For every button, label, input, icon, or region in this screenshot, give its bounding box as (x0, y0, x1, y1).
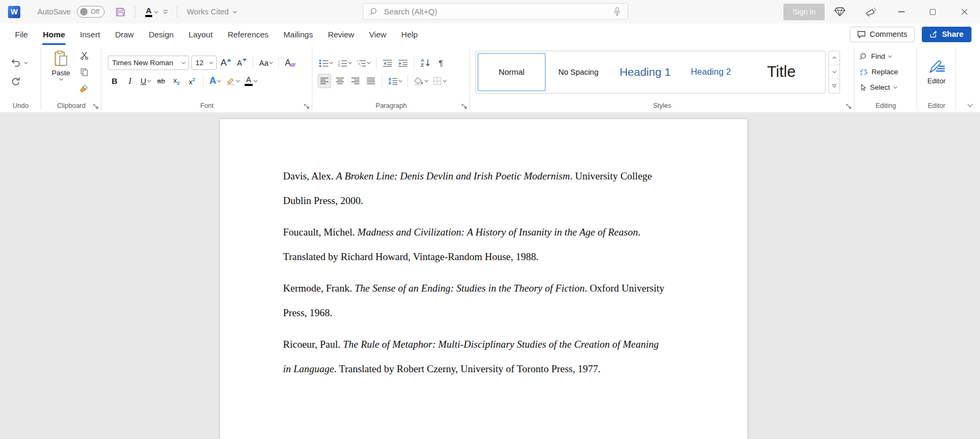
align-right-icon (351, 77, 359, 84)
sort-button[interactable]: A Z (419, 56, 432, 70)
numbering-button[interactable]: 1 2 3 (336, 56, 353, 70)
italic-button[interactable]: I (123, 74, 137, 88)
style-no-spacing[interactable]: No Spacing (546, 53, 611, 91)
increase-indent-button[interactable] (396, 56, 410, 70)
sign-in-button[interactable]: Sign in (783, 4, 825, 20)
paragraph-dialog-launcher[interactable] (461, 104, 467, 109)
chevron-down-icon (217, 79, 221, 82)
document-title-menu[interactable]: Works Cited (184, 4, 240, 20)
multilevel-list-icon: 1 a i (357, 59, 366, 67)
undo-button[interactable] (9, 56, 22, 70)
font-size-combobox[interactable]: 12 (191, 56, 217, 70)
style-normal[interactable]: Normal (477, 53, 546, 91)
tab-mailings[interactable]: Mailings (276, 23, 320, 45)
tab-draw[interactable]: Draw (107, 23, 141, 45)
format-painter-button[interactable] (77, 81, 91, 96)
comments-button[interactable]: Comments (850, 27, 915, 42)
grow-font-icon: A (221, 58, 226, 68)
tab-references[interactable]: References (220, 23, 276, 45)
quick-font-color-button[interactable]: A (142, 4, 161, 20)
replace-button[interactable]: b c Replace (860, 65, 898, 79)
minimize-button[interactable] (885, 0, 917, 23)
grow-font-button[interactable]: A (219, 56, 233, 70)
style-title[interactable]: Title (742, 53, 820, 91)
editor-button[interactable]: Editor (919, 59, 954, 85)
document-page[interactable]: Davis, Alex. A Broken Line: Denis Devlin… (220, 119, 747, 439)
bold-button[interactable]: B (108, 74, 121, 88)
chevron-down-icon (236, 79, 240, 82)
justify-button[interactable] (364, 74, 378, 88)
shrink-font-button[interactable]: A (235, 56, 248, 70)
chevron-down-icon (254, 79, 257, 82)
bullets-button[interactable] (318, 56, 334, 70)
tab-file[interactable]: File (7, 23, 35, 45)
find-button[interactable]: Find (860, 50, 898, 64)
collapse-ribbon-button[interactable] (968, 99, 972, 108)
tab-view[interactable]: View (362, 23, 394, 45)
cut-button[interactable] (77, 48, 91, 62)
tab-layout[interactable]: Layout (181, 23, 220, 45)
premium-button[interactable] (825, 0, 855, 23)
highlight-button[interactable] (224, 74, 241, 88)
styles-dialog-launcher[interactable] (846, 104, 852, 109)
align-center-button[interactable] (333, 74, 347, 88)
tab-design[interactable]: Design (141, 23, 181, 45)
clear-formatting-button[interactable]: A (283, 56, 297, 70)
decrease-indent-button[interactable] (381, 56, 394, 70)
dialog-launcher-icon (93, 104, 99, 109)
tab-help[interactable]: Help (394, 23, 425, 45)
subscript-button[interactable]: x2 (170, 74, 183, 88)
citation[interactable]: Foucault, Michel. Madness and Civilizati… (283, 220, 694, 269)
replace-label: Replace (872, 68, 898, 76)
superscript-button[interactable]: x2 (185, 74, 199, 88)
share-button[interactable]: Share (922, 27, 971, 42)
save-button[interactable] (112, 4, 129, 20)
font-color-button[interactable]: A (243, 74, 258, 88)
font-dialog-launcher[interactable] (304, 104, 310, 109)
styles-scroll-up-button[interactable] (829, 51, 840, 65)
tab-review[interactable]: Review (320, 23, 362, 45)
line-spacing-button[interactable] (387, 74, 403, 88)
font-name-combobox[interactable]: Times New Roman (108, 56, 189, 70)
document-area[interactable]: Davis, Alex. A Broken Line: Denis Devlin… (0, 114, 980, 439)
styles-scrollbar (828, 51, 840, 93)
text-effects-button[interactable]: A (208, 74, 222, 88)
tab-insert[interactable]: Insert (73, 23, 108, 45)
whats-new-button[interactable] (855, 0, 885, 23)
citation[interactable]: Davis, Alex. A Broken Line: Denis Devlin… (283, 164, 694, 213)
redo-button[interactable] (9, 74, 22, 88)
sign-in-label: Sign in (793, 7, 816, 16)
close-button[interactable] (948, 0, 980, 23)
word-logo[interactable]: W (8, 6, 20, 18)
style-heading-2[interactable]: Heading 2 (679, 53, 742, 91)
copy-button[interactable] (77, 65, 91, 79)
multilevel-list-button[interactable]: 1 a i (355, 56, 372, 70)
shading-button[interactable] (412, 74, 429, 88)
paste-button[interactable]: Paste (45, 48, 76, 80)
show-formatting-button[interactable]: ¶ (434, 56, 448, 70)
align-left-button[interactable] (318, 74, 331, 88)
clipboard-dialog-launcher[interactable] (93, 104, 99, 109)
document-title: Works Cited (187, 7, 229, 16)
citation[interactable]: Kermode, Frank. The Sense of an Ending: … (283, 276, 694, 325)
align-right-button[interactable] (349, 74, 362, 88)
select-button[interactable]: Select (860, 81, 898, 95)
borders-button[interactable] (432, 74, 448, 88)
search-box[interactable] (363, 3, 628, 20)
citation[interactable]: Ricoeur, Paul. The Rule of Metaphor: Mul… (283, 332, 694, 381)
minimize-icon (898, 11, 905, 12)
chevron-down-icon (425, 79, 428, 82)
chevron-down-icon[interactable] (24, 60, 28, 64)
quick-access-more-icon[interactable] (161, 10, 170, 13)
maximize-button[interactable] (917, 0, 948, 23)
underline-button[interactable]: U (139, 74, 152, 88)
strikethrough-button[interactable]: ab (154, 74, 168, 88)
autosave-toggle[interactable]: Off (77, 6, 105, 18)
change-case-button[interactable]: Aa (257, 56, 274, 70)
styles-scroll-down-button[interactable] (829, 65, 840, 79)
tab-home[interactable]: Home (35, 23, 73, 45)
style-heading-1[interactable]: Heading 1 (611, 53, 679, 91)
styles-more-button[interactable] (829, 79, 840, 92)
mic-icon[interactable] (614, 7, 621, 16)
search-input[interactable] (384, 7, 608, 16)
